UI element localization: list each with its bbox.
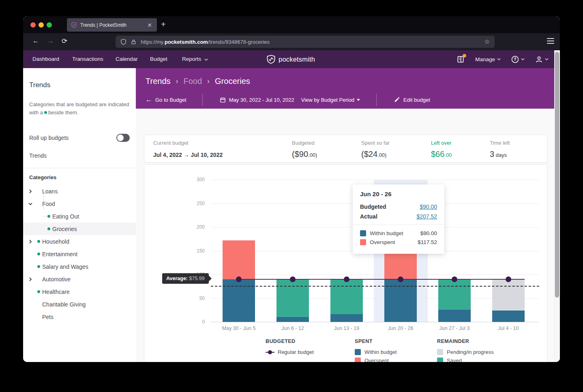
pocketsmith-logo[interactable]: pocketsmith bbox=[266, 54, 315, 64]
chevron-right-icon: › bbox=[207, 77, 210, 86]
summary-budgeted: Budgeted($90.00) bbox=[292, 140, 317, 159]
svg-text:?: ? bbox=[514, 57, 516, 62]
new-tab-button[interactable]: + bbox=[161, 20, 166, 29]
category-list: LoansFoodEating OutGroceriesHouseholdEnt… bbox=[23, 185, 136, 323]
url-text: https://my.pocketsmith.com/trends/934867… bbox=[141, 39, 270, 45]
summary-current-budget: Current budgetJul 4, 2022 → Jul 10, 2022 bbox=[153, 140, 223, 158]
budget-dot-icon bbox=[44, 111, 47, 114]
calendar-icon bbox=[220, 97, 226, 103]
nav-reports[interactable]: Reports bbox=[182, 56, 208, 62]
app-nav: Dashboard Transactions Calendar Budget R… bbox=[23, 50, 560, 68]
budget-dot-icon bbox=[47, 215, 50, 218]
sidebar-item-food[interactable]: Food bbox=[23, 197, 136, 210]
sidebar-item-charitable-giving[interactable]: Charitable Giving bbox=[23, 298, 136, 311]
tab-strip: Trends | PocketSmith ✕ + bbox=[23, 16, 560, 33]
view-by-dropdown[interactable]: View by Budget Period bbox=[301, 97, 360, 103]
menu-hamburger-icon[interactable] bbox=[547, 36, 554, 45]
screen: Trends | PocketSmith ✕ + ← → ⟳ https://m… bbox=[0, 0, 583, 392]
url-bar[interactable]: https://my.pocketsmith.com/trends/934867… bbox=[116, 36, 495, 48]
budget-dot-icon bbox=[37, 265, 40, 268]
tab-close-icon[interactable]: ✕ bbox=[146, 22, 153, 28]
category-label: Salary and Wages bbox=[42, 263, 88, 270]
nav-budget[interactable]: Budget bbox=[150, 56, 167, 62]
category-label: Entertainment bbox=[42, 251, 77, 257]
forward-button[interactable]: → bbox=[47, 37, 54, 45]
pocketsmith-favicon-icon bbox=[71, 22, 77, 28]
sidebar-item-trends[interactable]: Trends bbox=[29, 152, 47, 159]
chevron-right-icon bbox=[28, 189, 33, 194]
sidebar-item-healthcare[interactable]: Healthcare bbox=[23, 285, 136, 298]
lock-icon[interactable] bbox=[131, 39, 136, 45]
budget-dot-icon bbox=[47, 227, 50, 230]
go-to-budget-button[interactable]: ← Go to Budget bbox=[146, 96, 186, 103]
edit-budget-button[interactable]: Edit budget bbox=[394, 97, 430, 103]
tree-connector bbox=[43, 193, 44, 210]
category-label: Healthcare bbox=[42, 289, 70, 295]
trends-chart-card bbox=[144, 164, 547, 362]
window-minimize-button[interactable] bbox=[39, 22, 44, 28]
budget-dot-icon bbox=[37, 290, 40, 293]
sidebar-item-automotive[interactable]: Automotive bbox=[23, 273, 136, 285]
sidebar-item-eating-out[interactable]: Eating Out bbox=[23, 210, 136, 223]
back-button[interactable]: ← bbox=[32, 37, 39, 45]
breadcrumb-trends[interactable]: Trends bbox=[146, 77, 171, 86]
nav-calendar[interactable]: Calendar bbox=[116, 56, 138, 62]
breadcrumb-food[interactable]: Food bbox=[184, 77, 202, 86]
arrow-left-icon: ← bbox=[146, 96, 152, 103]
user-icon bbox=[535, 56, 543, 63]
help-icon: ? bbox=[511, 56, 519, 63]
date-range-picker[interactable]: May 30, 2022 - Jul 10, 2022 bbox=[220, 97, 294, 103]
tree-connector bbox=[43, 216, 47, 216]
category-label: Automotive bbox=[42, 276, 71, 283]
whats-new-button[interactable] bbox=[457, 55, 465, 63]
category-label: Loans bbox=[42, 188, 58, 195]
window-close-button[interactable] bbox=[30, 22, 36, 28]
chevron-right-icon bbox=[28, 277, 33, 282]
caret-down-icon bbox=[357, 99, 360, 101]
nav-account[interactable] bbox=[535, 56, 549, 63]
sidebar-item-loans[interactable]: Loans bbox=[23, 185, 136, 197]
chevron-down-icon bbox=[545, 58, 549, 60]
chevron-down-icon bbox=[28, 201, 33, 206]
breadcrumb-groceries[interactable]: Groceries bbox=[215, 77, 250, 86]
sidebar-item-pets[interactable]: Pets bbox=[23, 311, 136, 323]
page-header: Trends › Food › Groceries ← Go to Budget… bbox=[136, 68, 560, 109]
chevron-down-icon bbox=[204, 58, 208, 61]
budget-dot-icon bbox=[37, 240, 40, 243]
category-label: Eating Out bbox=[52, 213, 79, 220]
sidebar-item-salary-and-wages[interactable]: Salary and Wages bbox=[23, 260, 136, 273]
nav-transactions[interactable]: Transactions bbox=[72, 56, 103, 62]
sidebar-item-household[interactable]: Household bbox=[23, 235, 136, 248]
category-label: Household bbox=[42, 238, 69, 245]
window-zoom-button[interactable] bbox=[47, 22, 52, 28]
sidebar-title: Trends bbox=[29, 81, 50, 89]
nav-dashboard[interactable]: Dashboard bbox=[32, 56, 59, 62]
tab-title: Trends | PocketSmith bbox=[80, 22, 146, 28]
scrollbar-track[interactable] bbox=[554, 50, 560, 362]
roll-up-budgets-label: Roll up budgets bbox=[29, 135, 69, 141]
pocketsmith-shield-icon bbox=[266, 54, 276, 64]
sidebar-item-groceries[interactable]: Groceries bbox=[23, 223, 136, 235]
divider bbox=[202, 94, 203, 106]
sidebar-item-entertainment[interactable]: Entertainment bbox=[23, 248, 136, 260]
chevron-down-icon bbox=[521, 58, 525, 60]
roll-up-budgets-toggle[interactable] bbox=[116, 134, 130, 142]
summary-spent-so-far: Spent so far($24.00) bbox=[361, 140, 390, 159]
browser-tab[interactable]: Trends | PocketSmith ✕ bbox=[67, 18, 157, 32]
category-label: Groceries bbox=[52, 226, 77, 232]
category-label: Pets bbox=[42, 314, 54, 320]
summary-left-over: Left over$66.00 bbox=[431, 140, 452, 159]
nav-manage[interactable]: Manage bbox=[475, 56, 501, 62]
nav-help[interactable]: ? bbox=[511, 56, 525, 63]
notification-dot bbox=[463, 54, 466, 58]
sidebar-description: Categories that are budgeted are indicat… bbox=[29, 101, 130, 116]
pencil-icon bbox=[394, 97, 400, 103]
reload-button[interactable]: ⟳ bbox=[62, 37, 67, 45]
chevron-right-icon: › bbox=[176, 77, 178, 86]
bookmark-star-icon[interactable]: ☆ bbox=[484, 38, 490, 45]
scrollbar-thumb[interactable] bbox=[555, 52, 559, 298]
tracking-shield-icon[interactable] bbox=[120, 39, 126, 45]
chevron-down-icon bbox=[497, 58, 501, 60]
summary-time-left: Time left3 days bbox=[490, 140, 510, 159]
budget-summary-card: Current budgetJul 4, 2022 → Jul 10, 2022… bbox=[144, 135, 547, 163]
